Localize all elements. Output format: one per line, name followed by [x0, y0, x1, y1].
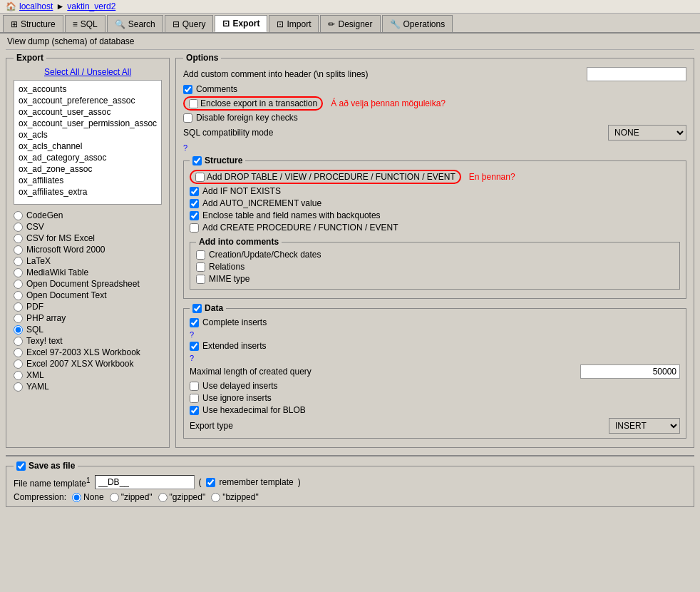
- hexadecimal-checkbox[interactable]: [190, 406, 199, 415]
- compression-bzipped-radio[interactable]: [211, 493, 220, 502]
- data-checkbox[interactable]: [192, 304, 202, 313]
- sql-compat-row: SQL compatibility mode NONE ANSI DB2 MAX…: [183, 125, 686, 141]
- drop-table-checkbox[interactable]: [195, 173, 205, 182]
- extended-inserts-checkbox[interactable]: [190, 342, 199, 351]
- db-label[interactable]: vaktin_verd2: [67, 1, 115, 11]
- compression-bzipped-label: "bzipped": [222, 492, 259, 502]
- tab-operations[interactable]: 🔧 Operations: [382, 15, 453, 32]
- custom-comment-input[interactable]: [587, 67, 686, 81]
- sql-compat-select[interactable]: NONE ANSI DB2 MAXDB MYSQL323 MYSQL40 MSS…: [608, 125, 686, 141]
- format-radio[interactable]: [14, 291, 23, 300]
- create-proc-row: Add CREATE PROCEDURE / FUNCTION / EVENT: [190, 223, 680, 233]
- brand-separator: ►: [56, 1, 64, 11]
- compression-gzipped-radio[interactable]: [158, 493, 168, 502]
- creation-dates-checkbox[interactable]: [196, 250, 205, 260]
- select-all-button[interactable]: Select All / Unselect All: [14, 67, 162, 77]
- comments-checkbox[interactable]: [183, 85, 192, 94]
- create-proc-label: Add CREATE PROCEDURE / FUNCTION / EVENT: [202, 223, 398, 233]
- format-label: Microsoft Word 2000: [26, 245, 105, 255]
- format-item: CSV: [14, 222, 162, 232]
- table-list-item[interactable]: ox_account_user_permission_assoc: [17, 118, 158, 129]
- delayed-inserts-label: Use delayed inserts: [202, 381, 277, 391]
- tab-structure[interactable]: ⊞ Structure: [3, 15, 63, 32]
- format-radio[interactable]: [14, 257, 23, 266]
- tab-export[interactable]: ⊡ Export: [215, 15, 267, 32]
- save-as-file-fieldset: Save as file File name template1 ( remem…: [6, 461, 694, 507]
- format-label: PHP array: [26, 313, 66, 323]
- format-item: Open Document Spreadsheet: [14, 279, 162, 289]
- format-label: CSV for MS Excel: [26, 233, 95, 243]
- bottom-area: Save as file File name template1 ( remem…: [6, 461, 694, 507]
- create-proc-checkbox[interactable]: [190, 223, 199, 233]
- tables-list[interactable]: ox_accountsox_account_preference_assocox…: [14, 80, 162, 205]
- help-icon[interactable]: ?: [183, 143, 187, 152]
- auto-increment-checkbox[interactable]: [190, 199, 199, 208]
- tab-designer[interactable]: ✏ Designer: [320, 15, 380, 32]
- backquotes-checkbox[interactable]: [190, 211, 199, 220]
- table-list-item[interactable]: ox_account_preference_assoc: [17, 95, 158, 106]
- export-type-select[interactable]: INSERT UPDATE REPLACE: [609, 418, 680, 434]
- format-radio[interactable]: [14, 234, 23, 243]
- enclose-export-checkbox[interactable]: [189, 99, 198, 108]
- table-list-item[interactable]: ox_ad_category_assoc: [17, 152, 158, 163]
- format-radio[interactable]: [14, 337, 23, 346]
- table-list-item[interactable]: ox_affiliates_extra: [17, 186, 158, 198]
- extended-inserts-help-icon[interactable]: ?: [190, 354, 194, 362]
- hexadecimal-row: Use hexadecimal for BLOB: [190, 405, 680, 415]
- creation-dates-label: Creation/Update/Check dates: [209, 250, 321, 260]
- complete-inserts-help-icon[interactable]: ?: [190, 330, 194, 339]
- tab-query[interactable]: ⊟ Query: [165, 15, 214, 32]
- ignore-inserts-checkbox[interactable]: [190, 394, 199, 403]
- compression-zipped-radio[interactable]: [110, 493, 119, 502]
- save-as-file-checkbox[interactable]: [16, 461, 26, 471]
- format-radio[interactable]: [14, 211, 23, 220]
- if-not-exists-checkbox[interactable]: [190, 187, 199, 196]
- format-radio[interactable]: [14, 371, 23, 380]
- custom-comment-row: Add custom comment into header (\n split…: [183, 67, 686, 81]
- format-radio[interactable]: [14, 268, 23, 277]
- format-item: LaTeX: [14, 256, 162, 266]
- table-list-item[interactable]: ox_account_user_assoc: [17, 106, 158, 118]
- format-radio[interactable]: [14, 280, 23, 289]
- compression-gzipped: "gzipped": [158, 492, 206, 502]
- complete-inserts-checkbox[interactable]: [190, 318, 199, 327]
- tab-import[interactable]: ⊡ Import: [269, 15, 319, 32]
- compression-none-radio[interactable]: [72, 493, 81, 502]
- auto-increment-label: Add AUTO_INCREMENT value: [202, 198, 321, 208]
- table-list-item[interactable]: ox_acls_channel: [17, 141, 158, 152]
- format-radio[interactable]: [14, 382, 23, 392]
- format-radio[interactable]: [14, 302, 23, 312]
- disable-foreign-checkbox[interactable]: [183, 113, 192, 123]
- host-label[interactable]: localhost: [19, 1, 53, 11]
- table-list-item[interactable]: ox_affiliates: [17, 175, 158, 186]
- mime-checkbox[interactable]: [196, 275, 205, 284]
- format-radio[interactable]: [14, 223, 23, 232]
- format-radio[interactable]: [14, 314, 23, 323]
- format-item: Texy! text: [14, 336, 162, 346]
- format-radio[interactable]: [14, 359, 23, 369]
- format-radio[interactable]: [14, 245, 23, 255]
- save-as-file-legend: Save as file: [14, 461, 78, 471]
- delayed-inserts-checkbox[interactable]: [190, 382, 199, 391]
- format-radio[interactable]: [14, 325, 23, 335]
- file-template-superscript: 1: [86, 476, 91, 484]
- table-list-item[interactable]: ox_ad_zone_assoc: [17, 163, 158, 175]
- structure-checkbox[interactable]: [192, 156, 202, 165]
- table-list-item[interactable]: ox_accounts: [17, 83, 158, 95]
- format-label: Excel 2007 XLSX Workbook: [26, 359, 134, 369]
- remember-template-checkbox[interactable]: [206, 478, 215, 487]
- format-label: CodeGen: [26, 210, 63, 220]
- relations-checkbox[interactable]: [196, 262, 205, 272]
- enclose-export-row: Enclose export in a transaction Á að vel…: [183, 96, 686, 111]
- tab-sql[interactable]: ≡ SQL: [65, 15, 105, 32]
- tab-search[interactable]: 🔍 Search: [107, 15, 163, 32]
- drop-table-row: Add DROP TABLE / VIEW / PROCEDURE / FUNC…: [190, 170, 680, 184]
- structure-legend: Structure: [190, 155, 245, 165]
- filename-input[interactable]: [95, 475, 195, 489]
- table-list-item[interactable]: ox_acls: [17, 129, 158, 141]
- maximal-length-input[interactable]: [580, 364, 680, 379]
- format-label: SQL: [26, 325, 43, 335]
- section-title: View dump (schema) of database: [0, 34, 700, 49]
- format-radio[interactable]: [14, 348, 23, 357]
- data-fieldset: Data Complete inserts ? Extended inserts…: [183, 303, 686, 439]
